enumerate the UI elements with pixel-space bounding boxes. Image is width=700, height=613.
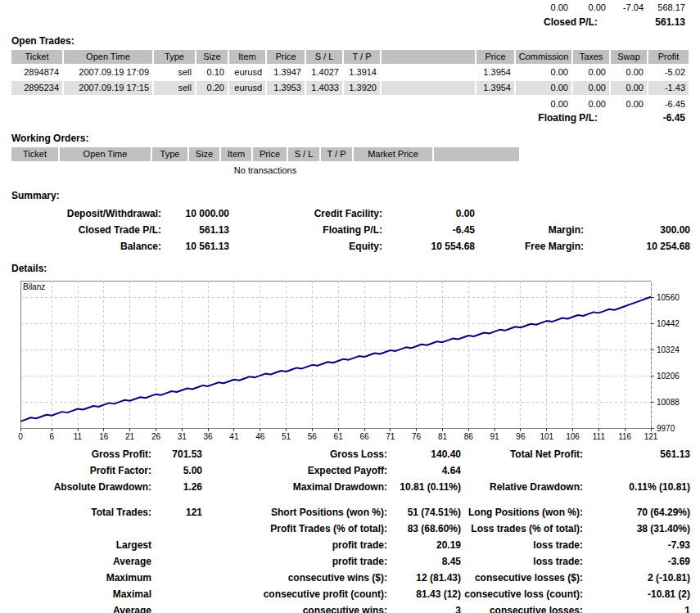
cell: Short Positions (won %): xyxy=(202,504,387,521)
cell: 0.00 xyxy=(516,81,571,95)
stats-row: Total Trades:121Short Positions (won %):… xyxy=(11,504,700,521)
summary-row: Balance:10 561.13Equity:10 554.68Free Ma… xyxy=(11,238,700,255)
floating-pl-value: -6.45 xyxy=(625,111,689,124)
cell: T / P xyxy=(321,147,352,161)
floating-pl-row: Floating P/L: -6.45 xyxy=(11,111,689,124)
y-tick-label: 9970 xyxy=(657,424,675,433)
open-trades-row: 28952342007.09.19 17:15sell0.20eurusd1.3… xyxy=(11,81,700,95)
x-tick-label: 36 xyxy=(204,432,214,441)
cell: 10 254.68 xyxy=(584,238,690,255)
stats-row: Largestprofit trade:20.19loss trade:-7.9… xyxy=(11,537,700,553)
open-trades-row: 28948742007.09.19 17:09sell0.10eurusd1.3… xyxy=(11,65,700,79)
cell: Price xyxy=(476,50,514,64)
y-tick-label: 10560 xyxy=(657,293,680,302)
cell: Total Trades: xyxy=(11,504,151,521)
cell: Equity: xyxy=(229,238,382,255)
cell: 1.3953 xyxy=(267,81,305,95)
cell: -7.04 xyxy=(611,2,647,13)
cell: 2 (-10.81) xyxy=(583,570,690,586)
cell: 4.64 xyxy=(387,462,461,479)
cell: Floating P/L: xyxy=(229,222,382,238)
cell: 38 (31.40%) xyxy=(583,521,690,537)
y-tick-label: 10206 xyxy=(657,372,680,381)
x-tick-label: 91 xyxy=(490,432,500,441)
stats-row: Maximumconsecutive wins ($):12 (81.43)co… xyxy=(11,570,700,586)
cell: 568.17 xyxy=(648,2,689,13)
cell: 0.00 xyxy=(573,2,609,13)
cell: loss trade: xyxy=(461,537,583,553)
stats-row: Profit Factor:5.00Expected Payoff:4.64 xyxy=(11,462,700,479)
x-tick-label: 26 xyxy=(151,432,161,441)
cell: Ticket xyxy=(11,50,62,64)
cell: consecutive losses: xyxy=(461,602,583,613)
cell: Gross Profit: xyxy=(11,446,151,462)
cell: Type xyxy=(154,50,195,64)
cell: Maximum xyxy=(11,570,151,586)
cell: Market Price xyxy=(354,147,432,161)
cell: -10.81 (2) xyxy=(583,586,690,602)
cell: 140.40 xyxy=(387,446,461,462)
cell: loss trade: xyxy=(461,553,583,570)
cell: 0.00 xyxy=(611,98,647,110)
cell: 10 561.13 xyxy=(161,238,229,255)
cell: 83 (68.60%) xyxy=(387,521,461,537)
cell: S / L xyxy=(288,147,319,161)
cell xyxy=(475,205,584,222)
cell: T / P xyxy=(344,50,380,64)
x-tick-label: 41 xyxy=(229,432,239,441)
cell: Swap xyxy=(611,50,647,64)
cell xyxy=(151,553,202,570)
x-tick-label: 6 xyxy=(49,432,54,441)
x-tick-label: 0 xyxy=(18,432,23,441)
cell xyxy=(151,602,202,613)
stats-row: Absolute Drawdown:1.26Maximal Drawdown:1… xyxy=(11,479,700,495)
cell: 701.53 xyxy=(151,446,202,462)
x-tick-label: 81 xyxy=(438,432,448,441)
cell: 1.3954 xyxy=(476,81,514,95)
cell: Balance: xyxy=(11,238,161,255)
cell: -1.43 xyxy=(648,81,689,95)
x-tick-label: 31 xyxy=(178,432,187,441)
cell: Price xyxy=(267,50,305,64)
cell: 0.00 xyxy=(573,98,609,110)
cell: Gross Loss: xyxy=(202,446,387,462)
cell: Open Time xyxy=(60,147,151,161)
cell: Item xyxy=(229,50,265,64)
cell: Absolute Drawdown: xyxy=(11,479,151,495)
cell xyxy=(151,586,202,602)
cell: 70 (64.29%) xyxy=(583,504,690,521)
cell xyxy=(382,81,475,95)
balance-chart: 0611162126313641465156616671768186919610… xyxy=(11,276,700,441)
x-tick-label: 76 xyxy=(412,432,422,441)
summary-row: Deposit/Withdrawal:10 000.00Credit Facil… xyxy=(11,205,700,222)
x-tick-label: 116 xyxy=(618,432,631,441)
cell: -3.69 xyxy=(583,553,690,570)
cell: Item xyxy=(221,147,251,161)
cell: eurusd xyxy=(229,81,265,95)
cell: Maximal xyxy=(11,586,151,602)
closed-pl-value: 561.13 xyxy=(625,16,689,29)
x-tick-label: 111 xyxy=(593,432,606,441)
closed-trades-totals-row: 0.000.00-7.04568.17 xyxy=(11,2,700,13)
cell: S / L xyxy=(306,50,342,64)
cell xyxy=(151,570,202,586)
cell: consecutive losses ($): xyxy=(461,570,583,586)
cell: consecutive loss (count): xyxy=(461,586,583,602)
cell: sell xyxy=(154,81,195,95)
x-tick-label: 56 xyxy=(308,432,318,441)
cell: 1 xyxy=(583,602,690,613)
cell: 10 000.00 xyxy=(161,205,229,222)
floating-pl-label: Floating P/L: xyxy=(538,111,598,124)
cell: Price xyxy=(253,147,287,161)
cell: 3 xyxy=(387,602,461,613)
cell xyxy=(583,462,690,479)
cell: 2895234 xyxy=(11,81,62,95)
x-tick-label: 16 xyxy=(99,432,109,441)
series-label: Bilanz xyxy=(23,282,45,291)
stats-row: Averageprofit trade:8.45loss trade:-3.69 xyxy=(11,553,700,570)
no-transactions-message: No transactions xyxy=(11,165,519,176)
cell: 561.13 xyxy=(161,222,229,238)
plot-border xyxy=(20,281,651,428)
cell xyxy=(11,521,151,537)
cell: 2894874 xyxy=(11,65,62,79)
